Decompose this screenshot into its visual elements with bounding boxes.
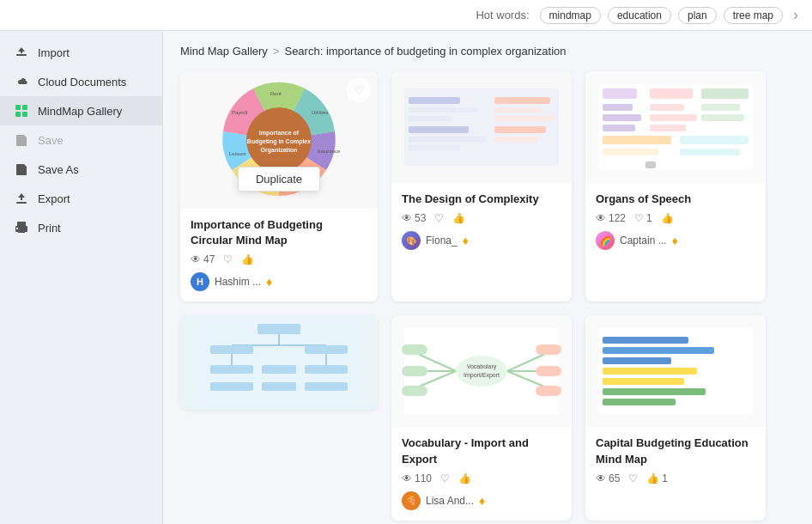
- vocabulary-svg: Vocabulary Import/Export: [400, 324, 563, 418]
- svg-rect-29: [409, 145, 460, 150]
- svg-text:Import/Export: Import/Export: [464, 372, 500, 379]
- views-count-3: 122: [609, 212, 626, 224]
- author-badge-1: ♦: [266, 275, 272, 289]
- svg-text:Rent: Rent: [270, 91, 282, 96]
- gallery-card-2[interactable]: The Design of Complexity 👁 53 ♡ 👍: [391, 71, 572, 302]
- likes-stat-2[interactable]: ♡: [434, 212, 444, 224]
- svg-rect-51: [645, 161, 656, 168]
- gallery-card-3[interactable]: Organs of Speech 👁 122 ♡ 1 👍: [585, 71, 766, 302]
- svg-rect-90: [603, 399, 676, 405]
- svg-text:Insurance: Insurance: [318, 149, 341, 154]
- gallery-card-5[interactable]: Vocabulary Import/Export Vocabulary - Im…: [391, 315, 572, 520]
- views-count-5: 110: [415, 472, 432, 484]
- svg-rect-6: [16, 202, 27, 204]
- sidebar-item-cloud[interactable]: Cloud Documents: [0, 67, 162, 96]
- svg-rect-84: [603, 337, 688, 344]
- likes-stat-1[interactable]: ♡: [223, 253, 233, 265]
- gallery-card-4[interactable]: [180, 315, 378, 410]
- likes-stat-3[interactable]: ♡ 1: [634, 212, 652, 224]
- card-title-6: Capital Budgeting Education Mind Map: [596, 436, 755, 466]
- thumbs-stat-6[interactable]: 👍 1: [646, 472, 668, 484]
- views-stat-3: 👁 122: [596, 212, 626, 224]
- eye-icon-1: 👁: [191, 253, 201, 265]
- views-count-1: 47: [203, 253, 215, 265]
- svg-rect-11: [16, 228, 18, 229]
- complexity-svg: [400, 80, 563, 174]
- favorite-button-1[interactable]: ♡: [347, 78, 371, 102]
- svg-rect-85: [603, 347, 714, 354]
- card-info-1: Importance of Budgeting Circular Mind Ma…: [180, 209, 378, 302]
- gallery-card-1[interactable]: Importance of Budgeting in Complex Organ…: [180, 71, 378, 302]
- svg-rect-61: [210, 365, 253, 374]
- svg-rect-5: [22, 112, 27, 117]
- svg-text:Budgeting in Complex: Budgeting in Complex: [247, 138, 311, 145]
- sidebar-item-save-label: Save: [38, 134, 64, 147]
- svg-rect-77: [402, 386, 427, 396]
- svg-rect-4: [15, 112, 21, 117]
- card-author-3: 🌈 Captain ... ♦: [596, 231, 755, 250]
- svg-text:Vocabulary: Vocabulary: [467, 363, 497, 370]
- card-image-6: [585, 315, 766, 427]
- scroll-right-icon[interactable]: ›: [793, 6, 798, 24]
- sidebar-item-saveas[interactable]: Save As: [0, 155, 162, 184]
- duplicate-tooltip-1[interactable]: Duplicate: [238, 167, 320, 192]
- card-title-5: Vocabulary - Import and Export: [402, 436, 561, 466]
- sidebar-item-gallery[interactable]: MindMap Gallery: [0, 96, 162, 125]
- likes-stat-5[interactable]: ♡: [440, 472, 450, 484]
- views-count-6: 65: [609, 472, 620, 484]
- svg-rect-86: [603, 357, 671, 364]
- thumbs-stat-3[interactable]: 👍: [661, 212, 674, 224]
- card-stats-6: 👁 65 ♡ 👍 1: [596, 472, 755, 484]
- sidebar-item-print[interactable]: Print: [0, 213, 162, 242]
- author-name-2: Fiona_: [426, 235, 458, 247]
- thumbs-stat-1[interactable]: 👍: [241, 253, 254, 265]
- export-icon: [14, 191, 29, 206]
- gallery-card-6[interactable]: Capital Budgeting Education Mind Map 👁 6…: [585, 315, 766, 520]
- svg-rect-10: [18, 229, 25, 233]
- tag-plan[interactable]: plan: [678, 7, 717, 24]
- sidebar-item-export-label: Export: [38, 192, 70, 205]
- card-info-6: Capital Budgeting Education Mind Map 👁 6…: [585, 427, 766, 501]
- tag-education[interactable]: education: [608, 7, 671, 24]
- author-badge-5: ♦: [479, 494, 485, 508]
- author-name-3: Captain ...: [620, 235, 667, 247]
- card-image-1: Importance of Budgeting in Complex Organ…: [180, 71, 378, 209]
- likes-stat-6[interactable]: ♡: [628, 472, 638, 484]
- svg-rect-53: [258, 324, 300, 334]
- tag-mindmap[interactable]: mindmap: [540, 7, 601, 24]
- thumbs-stat-2[interactable]: 👍: [452, 212, 465, 224]
- svg-rect-44: [701, 88, 748, 99]
- thumbs-stat-5[interactable]: 👍: [458, 472, 471, 484]
- sidebar-item-save[interactable]: Save: [0, 125, 162, 155]
- gallery-grid: Importance of Budgeting in Complex Organ…: [180, 71, 795, 521]
- svg-rect-78: [536, 344, 561, 355]
- card-image-2: [391, 71, 572, 183]
- svg-rect-47: [603, 136, 671, 144]
- card-stats-1: 👁 47 ♡ 👍: [191, 253, 367, 265]
- sidebar-item-import[interactable]: Import: [0, 38, 162, 67]
- author-badge-2: ♦: [463, 234, 469, 247]
- breadcrumb-gallery-link[interactable]: Mind Map Gallery: [180, 45, 268, 58]
- svg-rect-26: [409, 116, 451, 121]
- card-title-3: Organs of Speech: [596, 192, 755, 207]
- svg-rect-30: [494, 97, 550, 104]
- sidebar-item-export[interactable]: Export: [0, 184, 162, 213]
- card-info-5: Vocabulary - Import and Export 👁 110 ♡ 👍: [391, 427, 572, 520]
- author-avatar-5: 🍕: [402, 491, 421, 510]
- svg-rect-79: [536, 366, 561, 376]
- svg-rect-31: [494, 107, 542, 113]
- speech-svg: [594, 80, 757, 174]
- author-name-5: Lisa And...: [426, 495, 474, 507]
- svg-marker-1: [18, 47, 25, 53]
- card-image-3: [585, 71, 766, 183]
- card-image-5: Vocabulary Import/Export: [391, 315, 572, 427]
- svg-text:Utilities: Utilities: [312, 110, 328, 115]
- likes-count-3: 1: [646, 212, 652, 224]
- save-icon: [14, 132, 29, 148]
- svg-rect-64: [210, 382, 253, 391]
- tag-treemap[interactable]: tree map: [724, 7, 783, 24]
- svg-rect-66: [305, 382, 348, 391]
- svg-rect-25: [409, 107, 477, 113]
- svg-rect-80: [536, 386, 561, 396]
- svg-rect-45: [701, 104, 740, 111]
